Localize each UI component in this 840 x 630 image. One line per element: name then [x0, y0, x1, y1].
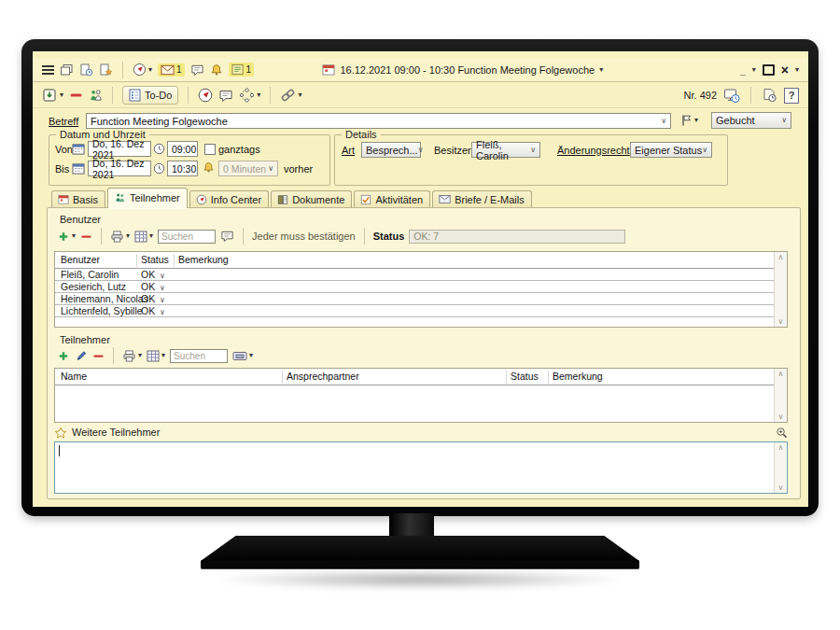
- save-close-button[interactable]: ▾: [42, 88, 63, 103]
- transfer-button[interactable]: ▾: [232, 350, 253, 362]
- aenderungsrecht-label[interactable]: Änderungsrecht: [557, 145, 630, 156]
- device-time-icon[interactable]: [723, 88, 740, 104]
- booking-status-select[interactable]: Gebucht ∨: [711, 112, 791, 129]
- window-title-group: 16.12.2021 09:00 - 10:30 Function Meetin…: [322, 63, 603, 76]
- scroll-up-icon[interactable]: ∧: [775, 370, 787, 378]
- todo-button[interactable]: To-Do: [122, 86, 178, 105]
- col-name[interactable]: Name: [61, 371, 87, 382]
- reminder-bell-icon[interactable]: [203, 161, 215, 174]
- art-select[interactable]: Besprech...∨: [361, 142, 421, 158]
- print-button[interactable]: ▾: [122, 350, 142, 362]
- col-benutzer[interactable]: Benutzer: [61, 254, 100, 265]
- von-time-input[interactable]: 09:00: [167, 141, 198, 157]
- col-status[interactable]: Status: [511, 371, 539, 382]
- view-grid-button[interactable]: ▾: [134, 231, 153, 243]
- tab-briefe-emails[interactable]: Briefe / E-Mails: [432, 190, 532, 208]
- scroll-down-icon[interactable]: ∨: [775, 413, 787, 421]
- mail-notification[interactable]: 1: [158, 63, 185, 77]
- monitor-stand-foot: [201, 560, 639, 569]
- col-bemerkung[interactable]: Bemerkung: [553, 371, 603, 382]
- tab-aktivitaeten[interactable]: Aktivitäten: [354, 190, 430, 208]
- view-grid-button[interactable]: ▾: [147, 350, 165, 362]
- link-button[interactable]: ▾: [280, 88, 301, 103]
- note-notification[interactable]: 1: [229, 63, 255, 77]
- benutzer-row[interactable]: Gesierich, Lutz OK ∨: [55, 281, 787, 293]
- compass-icon[interactable]: ▾: [133, 63, 152, 77]
- benutzer-row[interactable]: Fleiß, Carolin OK ∨: [55, 269, 787, 281]
- history-icon[interactable]: [762, 88, 777, 103]
- help-button[interactable]: ?: [784, 88, 799, 104]
- close-options-icon[interactable]: ▾: [795, 66, 799, 74]
- art-label[interactable]: Art: [342, 145, 355, 156]
- betreff-dropdown-icon[interactable]: ∨: [661, 118, 666, 125]
- title-dropdown-icon[interactable]: ▾: [599, 66, 603, 74]
- tab-teilnehmer[interactable]: Teilnehmer: [107, 188, 188, 208]
- benutzer-row[interactable]: Heinemann, Nicolas OK ∨: [55, 293, 787, 305]
- bis-clock-icon[interactable]: [153, 162, 165, 175]
- message-users-button[interactable]: [220, 230, 234, 243]
- scroll-down-icon[interactable]: ∨: [775, 483, 787, 492]
- tab-basis[interactable]: Basis: [51, 190, 105, 208]
- col-status[interactable]: Status: [141, 254, 169, 265]
- bell-icon[interactable]: [210, 63, 223, 77]
- benutzer-title: Benutzer: [60, 214, 101, 225]
- vorher-label: vorher: [284, 163, 313, 175]
- restore-button[interactable]: [763, 64, 775, 76]
- confirm-all-label[interactable]: Jeder muss bestätigen: [252, 231, 356, 242]
- add-participant-button[interactable]: [57, 350, 70, 362]
- print-button[interactable]: ▾: [110, 231, 130, 243]
- magnifier-icon[interactable]: [776, 427, 788, 439]
- edit-participant-button[interactable]: [75, 350, 88, 362]
- note-badge: 1: [246, 64, 252, 75]
- betreff-input[interactable]: Function Meeting Folgewoche ∨: [86, 113, 671, 129]
- remove-user-button[interactable]: [80, 231, 92, 243]
- add-user-button[interactable]: ▾: [57, 231, 76, 243]
- col-ansprechpartner[interactable]: Ansprechpartner: [287, 371, 359, 382]
- col-bemerkung[interactable]: Bemerkung: [178, 254, 229, 265]
- group-circle-button[interactable]: ▾: [239, 88, 260, 103]
- info-center-button[interactable]: [198, 88, 213, 103]
- minimize-button[interactable]: _: [740, 64, 746, 76]
- delete-button[interactable]: [69, 89, 83, 102]
- minimize-options-icon[interactable]: ▾: [752, 66, 756, 74]
- benutzer-row[interactable]: Lichtenfeld, Sybille OK ∨: [55, 305, 787, 317]
- tab-info-center[interactable]: Info Center: [189, 190, 269, 208]
- besitzer-select[interactable]: Fleiß, Carolin∨: [471, 142, 540, 158]
- conversation-button[interactable]: [218, 89, 233, 103]
- teilnehmer-search-input[interactable]: [170, 349, 228, 363]
- menu-icon[interactable]: [42, 63, 54, 77]
- von-calendar-icon[interactable]: [72, 143, 85, 155]
- aenderungsrecht-select[interactable]: Eigener Status∨: [630, 142, 712, 158]
- benutzer-scrollbar[interactable]: ∧ ∨: [774, 252, 787, 327]
- flag-button[interactable]: ▾: [680, 114, 698, 127]
- scroll-down-icon[interactable]: ∨: [775, 317, 787, 326]
- teilnehmer-scrollbar[interactable]: ∧ ∨: [774, 369, 787, 422]
- von-clock-icon[interactable]: [153, 143, 165, 155]
- bis-date-input[interactable]: Do, 16. Dez 2021: [88, 161, 151, 176]
- scroll-up-icon[interactable]: ∧: [775, 253, 787, 261]
- document-clock-icon[interactable]: [79, 63, 93, 77]
- betreff-label[interactable]: Betreff: [49, 116, 78, 127]
- mail-badge: 1: [176, 64, 182, 75]
- ganztags-checkbox[interactable]: [204, 144, 216, 155]
- status-dropdown-icon[interactable]: ∨: [160, 307, 165, 318]
- chat-bubble-icon[interactable]: [190, 63, 204, 77]
- notes-scrollbar[interactable]: ∧ ∨: [774, 442, 787, 493]
- benutzer-search-input[interactable]: [158, 230, 216, 244]
- remove-participant-button[interactable]: [92, 350, 105, 362]
- bis-calendar-icon[interactable]: [72, 162, 85, 175]
- bis-time-input[interactable]: 10:30: [167, 161, 198, 176]
- teilnehmer-table: Name Ansprechpartner Status Bemerkung ∧ …: [54, 368, 788, 423]
- von-date-input[interactable]: Do, 16. Dez 2021: [88, 141, 151, 157]
- close-button[interactable]: ×: [781, 63, 789, 77]
- document-star-icon[interactable]: [99, 63, 113, 77]
- weitere-teilnehmer-label: Weitere Teilnehmer: [72, 427, 160, 438]
- participants-button[interactable]: [89, 89, 103, 103]
- windows-icon[interactable]: [60, 63, 74, 77]
- datetime-group: Datum und Uhrzeit Von Do, 16. Dez 2021 0…: [49, 134, 330, 186]
- weitere-teilnehmer-textarea[interactable]: ∧ ∨: [54, 441, 788, 494]
- tab-dokumente[interactable]: Dokumente: [271, 190, 352, 208]
- reminder-select[interactable]: 0 Minuten∨: [218, 161, 278, 176]
- scroll-up-icon[interactable]: ∧: [775, 443, 787, 452]
- record-number: Nr. 492: [684, 90, 717, 101]
